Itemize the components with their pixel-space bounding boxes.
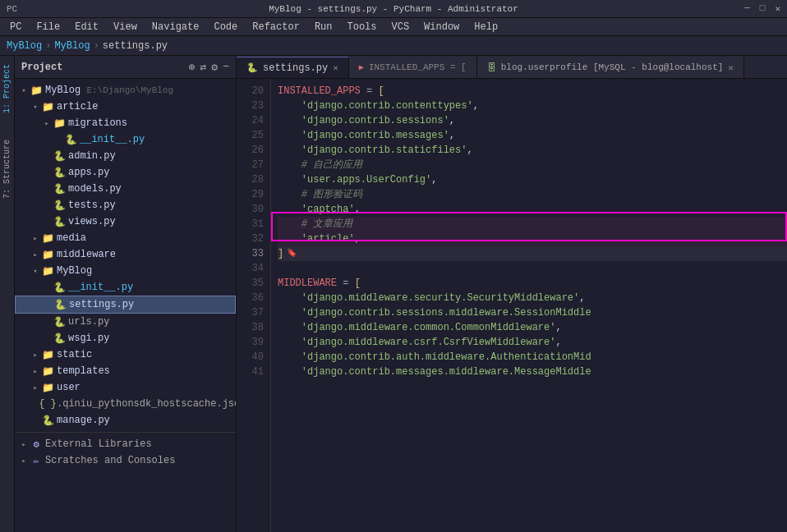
editor-content: 20 23 24 25 26 27 28 29 30 31 32 33 34 3…	[237, 79, 787, 532]
menu-refactor[interactable]: Refactor	[246, 20, 306, 34]
menu-navigate[interactable]: Navigate	[145, 20, 206, 34]
ln-40: 40	[237, 350, 264, 365]
manage-label: manage.py	[57, 415, 110, 426]
media-label: media	[57, 232, 86, 244]
init-article-arrow	[53, 134, 64, 145]
breadcrumb-item-0[interactable]: MyBlog	[7, 40, 42, 52]
menu-vcs[interactable]: VCS	[385, 20, 417, 34]
views-icon: 🐍	[53, 215, 66, 228]
editor-tabs: 🐍 settings.py ✕ ▶ INSTALLED_APPS = [ 🗄 b…	[237, 56, 787, 79]
tree-wsgi[interactable]: 🐍 wsgi.py	[15, 330, 236, 346]
tree-user[interactable]: 📁 user	[15, 379, 236, 396]
tree-init-myblog[interactable]: 🐍 __init__.py	[15, 279, 236, 296]
templates-icon: 📁	[41, 365, 54, 378]
sidebar-title: Project	[21, 62, 62, 73]
tab-settings[interactable]: 🐍 settings.py ✕	[237, 57, 349, 78]
init-myblog-icon: 🐍	[53, 281, 66, 294]
ln-20: 20	[237, 84, 264, 99]
tests-label: tests.py	[68, 200, 116, 211]
menu-run[interactable]: Run	[308, 20, 339, 34]
tab-close-icon[interactable]: ✕	[333, 62, 338, 73]
article-label: article	[57, 101, 98, 112]
myblog-folder-arrow	[30, 265, 41, 277]
code-line-41: 'django.contrib.messages.middleware.Mess…	[278, 365, 787, 379]
user-arrow	[30, 382, 41, 393]
code-area[interactable]: INSTALLED_APPS = [ 'django.contrib.conte…	[271, 79, 787, 532]
pc-label: PC	[7, 4, 17, 14]
ln-35: 35	[237, 276, 264, 291]
tree-urls[interactable]: 🐍 urls.py	[15, 314, 236, 330]
static-arrow	[30, 349, 41, 360]
ln-26: 26	[237, 143, 264, 158]
ln-37: 37	[237, 305, 264, 320]
tree-init-article[interactable]: 🐍 __init__.py	[15, 131, 236, 148]
tree-models[interactable]: 🐍 models.py	[15, 181, 236, 197]
article-folder-icon: 📁	[41, 100, 54, 113]
manage-arrow	[30, 415, 41, 426]
tree-qiniu[interactable]: { } .qiniu_pythonsdk_hostscache.json	[15, 396, 236, 412]
window-controls[interactable]: ─ □ ✕	[744, 3, 780, 14]
menu-code[interactable]: Code	[207, 20, 244, 34]
tree-admin[interactable]: 🐍 admin.py	[15, 148, 236, 164]
tab-db[interactable]: 🗄 blog.userprofile [MySQL - blog@localho…	[477, 57, 744, 78]
menu-file-item[interactable]: File	[30, 20, 67, 34]
tree-templates[interactable]: 📁 templates	[15, 363, 236, 379]
tree-settings[interactable]: 🐍 settings.py	[15, 296, 236, 314]
line-numbers: 20 23 24 25 26 27 28 29 30 31 32 33 34 3…	[237, 79, 271, 532]
close-button[interactable]: ✕	[775, 3, 780, 14]
menu-help[interactable]: Help	[467, 20, 504, 34]
minimize-button[interactable]: ─	[744, 3, 750, 14]
tab-db-close[interactable]: ✕	[728, 62, 734, 73]
tab-installed-apps[interactable]: ▶ INSTALLED_APPS = [	[349, 57, 477, 78]
sidebar: Project ⊕ ⇄ ⚙ − 📁 MyBlog E:\Django\MyBlo…	[15, 56, 237, 532]
tree-static[interactable]: 📁 static	[15, 346, 236, 363]
tab-installed-apps-label: INSTALLED_APPS = [	[369, 62, 467, 72]
ln-36: 36	[237, 291, 264, 305]
maximize-button[interactable]: □	[760, 3, 766, 14]
left-tab-strip: 1: Project 7: Structure	[0, 56, 15, 532]
breadcrumb-item-1[interactable]: MyBlog	[54, 40, 90, 52]
code-line-33: ] 🔖	[278, 246, 787, 261]
menu-file[interactable]: PC	[3, 20, 28, 34]
tree-apps[interactable]: 🐍 apps.py	[15, 164, 236, 181]
menu-window[interactable]: Window	[417, 20, 466, 34]
models-icon: 🐍	[53, 182, 66, 195]
code-line-40: 'django.contrib.auth.middleware.Authenti…	[278, 350, 787, 365]
menu-tools[interactable]: Tools	[340, 20, 383, 34]
migrations-folder-icon: 📁	[53, 117, 66, 130]
tree-views[interactable]: 🐍 views.py	[15, 213, 236, 230]
settings-icon[interactable]: ⚙	[211, 61, 218, 74]
structure-tab-vertical[interactable]: 7: Structure	[1, 135, 13, 204]
title-bar: PC MyBlog - settings.py - PyCharm - Admi…	[0, 0, 787, 18]
tree-tests[interactable]: 🐍 tests.py	[15, 197, 236, 213]
code-line-26: 'django.contrib.staticfiles',	[278, 143, 787, 158]
user-icon: 📁	[41, 381, 54, 394]
media-icon: 📁	[41, 232, 54, 245]
minimize-sidebar-icon[interactable]: −	[223, 61, 229, 73]
code-line-37: 'django.contrib.sessions.middleware.Sess…	[278, 305, 787, 320]
tree-middleware[interactable]: 📁 middleware	[15, 246, 236, 263]
tree-manage[interactable]: 🐍 manage.py	[15, 412, 236, 429]
ext-libs-label: External Libraries	[45, 438, 152, 450]
add-icon[interactable]: ⊕	[189, 61, 196, 74]
tree-myblog-folder[interactable]: 📁 MyBlog	[15, 263, 236, 279]
code-line-30: 'captcha',	[278, 202, 787, 217]
migrations-label: migrations	[68, 117, 127, 129]
sync-icon[interactable]: ⇄	[200, 61, 207, 74]
editor-area: 🐍 settings.py ✕ ▶ INSTALLED_APPS = [ 🗄 b…	[237, 56, 787, 532]
project-tab-vertical[interactable]: 1: Project	[1, 59, 13, 118]
breadcrumb-item-2: settings.py	[103, 40, 168, 52]
tree-scratches[interactable]: ✏ Scratches and Consoles	[15, 452, 236, 469]
tree-root[interactable]: 📁 MyBlog E:\Django\MyBlog	[15, 82, 236, 99]
tree-media[interactable]: 📁 media	[15, 230, 236, 246]
menu-edit[interactable]: Edit	[68, 20, 105, 34]
middleware-arrow	[30, 249, 41, 260]
static-icon: 📁	[41, 348, 54, 361]
models-label: models.py	[68, 183, 122, 195]
myblog-folder-label: MyBlog	[57, 265, 92, 277]
tree-external-libs[interactable]: ⚙ External Libraries	[15, 436, 236, 452]
menu-view[interactable]: View	[107, 20, 144, 34]
tree-article[interactable]: 📁 article	[15, 99, 236, 115]
main-layout: 1: Project 7: Structure Project ⊕ ⇄ ⚙ − …	[0, 56, 787, 532]
tree-migrations[interactable]: 📁 migrations	[15, 115, 236, 131]
